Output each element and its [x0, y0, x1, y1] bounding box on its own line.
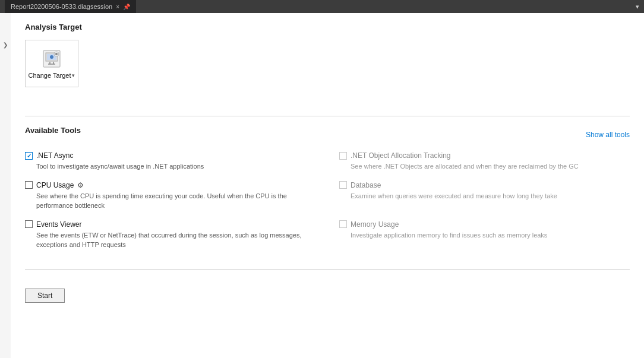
analysis-target-row: Change Target ▾ Startup Project Web: [25, 40, 630, 97]
tool-header-events-viewer: Events Viewer: [25, 220, 315, 229]
tool-desc-net-async: Tool to investigate async/await usage in…: [36, 161, 315, 172]
tool-desc-net-object: See where .NET Objects are allocated and…: [351, 161, 630, 172]
tab-pin-icon[interactable]: 📌: [123, 4, 130, 10]
divider-2: [25, 269, 630, 270]
tool-checkbox-net-object[interactable]: [339, 152, 347, 160]
tab-close-icon[interactable]: ×: [116, 4, 119, 10]
divider-1: [25, 116, 630, 116]
tool-checkbox-cpu-usage[interactable]: [25, 181, 33, 189]
tab-label: Report20200506-0533.diagsession: [11, 3, 112, 10]
start-section: Start: [25, 289, 630, 303]
analysis-target-section: Analysis Target: [25, 23, 630, 106]
active-tab[interactable]: Report20200506-0533.diagsession × 📌: [5, 0, 136, 13]
tool-name-net-object: .NET Object Allocation Tracking: [351, 151, 451, 160]
tool-gear-cpu-usage[interactable]: ⚙: [77, 181, 84, 189]
tool-name-cpu-usage: CPU Usage: [36, 181, 74, 189]
svg-point-5: [55, 53, 58, 55]
main-container: ❯ Analysis Target: [0, 13, 644, 358]
available-tools-title: Available Tools: [25, 126, 81, 135]
tool-header-net-object: .NET Object Allocation Tracking: [339, 151, 630, 160]
tool-checkbox-events-viewer[interactable]: [25, 220, 33, 228]
tool-checkbox-memory-usage[interactable]: [339, 220, 347, 228]
tool-header-memory-usage: Memory Usage: [339, 220, 630, 229]
collapse-arrow-icon: ❯: [3, 42, 8, 48]
tool-desc-cpu-usage: See where the CPU is spending time execu…: [36, 191, 315, 211]
titlebar: Report20200506-0533.diagsession × 📌 ▾: [0, 0, 644, 13]
tool-checkbox-net-async[interactable]: [25, 152, 33, 160]
tool-desc-events-viewer: See the events (ETW or NetTrace) that oc…: [36, 230, 315, 250]
tool-name-events-viewer: Events Viewer: [36, 220, 81, 229]
tool-item-net-async: .NET AsyncTool to investigate async/awai…: [25, 151, 315, 172]
tool-desc-memory-usage: Investigate application memory to find i…: [351, 230, 630, 240]
tool-item-memory-usage: Memory UsageInvestigate application memo…: [339, 220, 630, 250]
tools-grid: .NET AsyncTool to investigate async/awai…: [25, 151, 630, 259]
collapse-panel[interactable]: ❯: [0, 13, 11, 358]
tool-name-memory-usage: Memory Usage: [351, 220, 399, 229]
tool-item-net-object: .NET Object Allocation TrackingSee where…: [339, 151, 630, 172]
tool-name-database: Database: [351, 181, 381, 189]
change-target-icon: [41, 48, 62, 69]
tool-checkbox-database[interactable]: [339, 181, 347, 189]
start-button[interactable]: Start: [25, 289, 65, 303]
change-target-label: Change Target ▾: [29, 72, 75, 79]
show-all-tools-link[interactable]: Show all tools: [586, 131, 630, 139]
change-target-box[interactable]: Change Target ▾: [25, 40, 78, 87]
tool-item-database: DatabaseExamine when queries were execut…: [339, 181, 630, 211]
tools-header: Available Tools Show all tools: [25, 126, 630, 143]
content-area: Analysis Target: [11, 13, 644, 358]
tool-header-cpu-usage: CPU Usage⚙: [25, 181, 315, 189]
svg-point-3: [50, 55, 53, 59]
change-target-dropdown-arrow: ▾: [72, 72, 75, 78]
titlebar-dropdown[interactable]: ▾: [636, 3, 639, 11]
analysis-target-title: Analysis Target: [25, 23, 630, 31]
tool-header-database: Database: [339, 181, 630, 189]
available-tools-section: Available Tools Show all tools .NET Asyn…: [25, 126, 630, 259]
tool-header-net-async: .NET Async: [25, 151, 315, 160]
tool-name-net-async: .NET Async: [36, 151, 73, 160]
tool-item-cpu-usage: CPU Usage⚙See where the CPU is spending …: [25, 181, 315, 211]
tool-desc-database: Examine when queries were executed and m…: [351, 191, 630, 201]
tool-item-events-viewer: Events ViewerSee the events (ETW or NetT…: [25, 220, 315, 250]
